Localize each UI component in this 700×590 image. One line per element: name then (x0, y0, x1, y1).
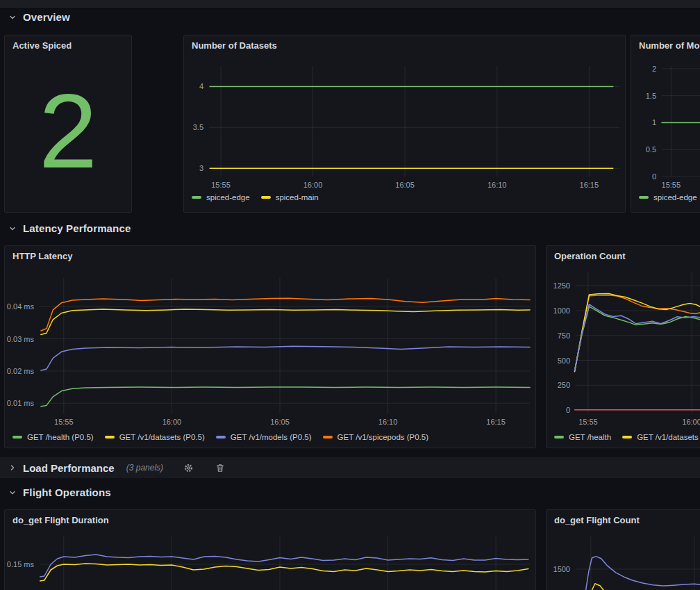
legend: spiced-edgespiced-main (192, 193, 319, 202)
svg-text:0.02 ms: 0.02 ms (7, 367, 35, 375)
svg-text:16:00: 16:00 (682, 418, 700, 426)
svg-text:0: 0 (566, 406, 570, 414)
svg-text:15:55: 15:55 (662, 181, 681, 189)
svg-text:4: 4 (199, 82, 203, 90)
svg-text:2: 2 (652, 65, 656, 73)
panel-title[interactable]: Operation Count (547, 246, 700, 261)
legend-swatch (105, 436, 115, 439)
chevron-down-icon (8, 489, 17, 497)
operation-count-chart[interactable]: 15:5516:00025050075010001250 (547, 267, 700, 428)
svg-text:1: 1 (652, 118, 656, 126)
legend: GET /healthGET /v1/datasets (554, 433, 699, 441)
chevron-down-icon (8, 13, 17, 22)
svg-text:16:05: 16:05 (395, 181, 415, 189)
panel-operation-count: Operation Count 15:5516:0002505007501000… (546, 245, 700, 448)
svg-text:0.03 ms: 0.03 ms (7, 335, 35, 343)
grafana-dashboard: Overview Active Spiced 2 Number of Datas… (0, 0, 700, 590)
flight-duration-chart[interactable]: 15:5516:0016:0516:1016:150.15 ms (5, 531, 535, 590)
panel-title[interactable]: Number of Datasets (184, 35, 625, 51)
svg-text:15:55: 15:55 (54, 418, 74, 426)
panel-number-of-datasets: Number of Datasets 15:5516:0016:0516:101… (183, 35, 626, 213)
svg-text:16:10: 16:10 (488, 181, 507, 189)
svg-text:16:10: 16:10 (378, 418, 398, 426)
legend-item[interactable]: GET /v1/datasets (P0.5) (105, 433, 205, 441)
svg-text:1.5: 1.5 (646, 92, 656, 100)
http-latency-chart[interactable]: 15:5516:0016:0516:1016:150.01 ms0.02 ms0… (5, 272, 535, 428)
panel-title[interactable]: Active Spiced (5, 35, 131, 51)
legend-item[interactable]: GET /v1/datasets (622, 433, 699, 441)
legend-swatch (12, 436, 22, 439)
panel-title[interactable]: do_get Flight Duration (5, 510, 535, 525)
svg-text:750: 750 (558, 331, 570, 340)
datasets-chart[interactable]: 15:5516:0016:0516:1016:1533.54 (184, 60, 625, 190)
svg-text:0.15 ms: 0.15 ms (7, 560, 35, 568)
legend-swatch (261, 196, 271, 199)
chevron-right-icon (8, 464, 17, 472)
panel-flight-duration: do_get Flight Duration 15:5516:0016:0516… (4, 509, 536, 590)
legend-swatch (622, 436, 632, 439)
section-title-flight: Flight Operations (23, 486, 111, 498)
svg-text:0.01 ms: 0.01 ms (7, 399, 35, 407)
chart-canvas: 15:5516:0016:0516:1016:150.01 ms0.02 ms0… (5, 272, 535, 428)
svg-text:0.04 ms: 0.04 ms (7, 302, 35, 311)
legend-swatch (192, 196, 201, 199)
section-header-load-performance[interactable]: Load Performance (3 panels) (0, 457, 700, 478)
chart-canvas: 15:5516:0016:0516:1016:150.15 ms (5, 531, 535, 590)
section-header-latency-performance[interactable]: Latency Performance (8, 222, 131, 234)
chart-canvas: 15:5516:00025050075010001250 (547, 267, 700, 428)
panels-count-label: (3 panels) (126, 463, 163, 473)
active-spiced-value: 2 (5, 56, 131, 205)
chart-canvas: 15:5516:0000.511.52 (631, 60, 700, 190)
chevron-down-icon (8, 224, 17, 233)
trash-icon[interactable] (215, 463, 225, 473)
panel-flight-count: do_get Flight Count 15:5516:001500 (546, 509, 700, 590)
models-chart[interactable]: 15:5516:0000.511.52 (631, 60, 700, 190)
svg-text:250: 250 (558, 381, 570, 389)
section-title-overview: Overview (23, 11, 70, 23)
panel-number-of-models: Number of Models 15:5516:0000.511.52 spi… (631, 35, 700, 213)
svg-text:500: 500 (558, 357, 570, 365)
svg-text:3: 3 (199, 164, 203, 172)
svg-text:16:15: 16:15 (486, 418, 506, 426)
legend: spiced-edge (639, 193, 697, 202)
legend: GET /health (P0.5)GET /v1/datasets (P0.5… (12, 433, 428, 441)
legend-swatch (639, 196, 649, 199)
legend-item[interactable]: GET /v1/spicepods (P0.5) (323, 433, 428, 441)
legend-item[interactable]: GET /health (554, 433, 611, 441)
svg-text:16:00: 16:00 (162, 418, 182, 426)
legend-item[interactable]: spiced-edge (192, 193, 250, 202)
section-title-latency: Latency Performance (23, 222, 131, 234)
top-bar (0, 0, 700, 9)
svg-text:0: 0 (652, 172, 656, 181)
flight-count-chart[interactable]: 15:5516:001500 (547, 531, 700, 590)
legend-item[interactable]: GET /v1/models (P0.5) (216, 433, 312, 441)
section-header-overview[interactable]: Overview (8, 11, 70, 23)
panel-title[interactable]: do_get Flight Count (547, 510, 700, 525)
svg-text:1500: 1500 (553, 565, 570, 573)
svg-text:1000: 1000 (553, 306, 570, 315)
svg-text:1250: 1250 (553, 281, 570, 290)
legend-item[interactable]: spiced-main (261, 193, 319, 202)
gear-icon[interactable] (183, 463, 194, 473)
svg-text:15:55: 15:55 (578, 418, 598, 426)
panel-http-latency: HTTP Latency 15:5516:0016:0516:1016:150.… (4, 245, 536, 448)
chart-canvas: 15:5516:0016:0516:1016:1533.54 (184, 60, 625, 190)
panel-title[interactable]: Number of Models (631, 35, 700, 51)
chart-canvas: 15:5516:001500 (547, 531, 700, 590)
panel-title[interactable]: HTTP Latency (5, 246, 535, 261)
legend-swatch (323, 436, 333, 439)
section-title-load: Load Performance (23, 462, 115, 474)
svg-text:16:00: 16:00 (303, 181, 323, 189)
panel-active-spiced: Active Spiced 2 (4, 35, 132, 213)
legend-swatch (216, 436, 226, 439)
svg-text:16:05: 16:05 (270, 418, 290, 426)
legend-item[interactable]: spiced-edge (639, 193, 697, 202)
svg-text:15:55: 15:55 (211, 181, 231, 189)
legend-item[interactable]: GET /health (P0.5) (12, 433, 94, 441)
svg-text:0.5: 0.5 (646, 145, 656, 154)
legend-swatch (554, 436, 564, 439)
svg-text:16:15: 16:15 (580, 181, 599, 189)
svg-text:3.5: 3.5 (193, 123, 203, 131)
section-header-flight-operations[interactable]: Flight Operations (8, 486, 111, 498)
